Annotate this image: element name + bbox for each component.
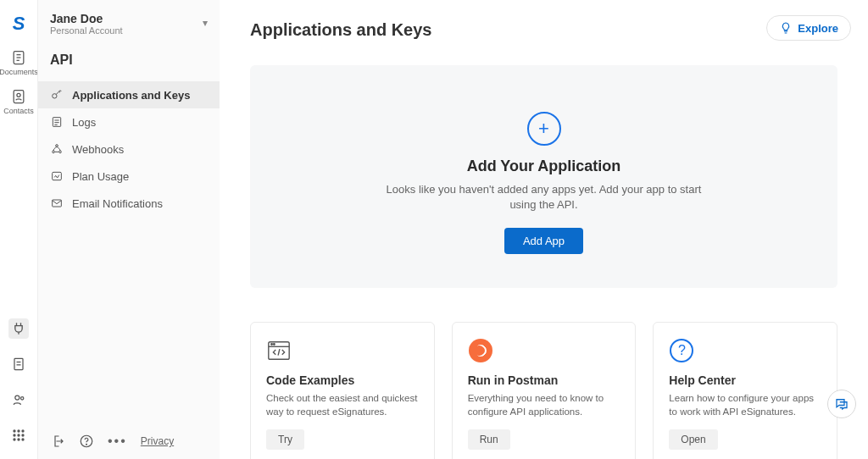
question-circle-icon: ? xyxy=(669,338,694,363)
svg-point-13 xyxy=(22,430,24,432)
explore-label: Explore xyxy=(798,22,838,35)
email-icon xyxy=(50,196,64,210)
sidebar-item-logs[interactable]: Logs xyxy=(38,108,220,135)
card-postman: Run in Postman Everything you need to kn… xyxy=(452,322,637,459)
apps-grid-icon[interactable] xyxy=(8,425,29,445)
webhooks-icon xyxy=(50,142,64,156)
hero-title: Add Your Application xyxy=(275,158,812,175)
card-action-try[interactable]: Try xyxy=(266,429,304,450)
add-app-button[interactable]: Add App xyxy=(504,228,583,254)
explore-button[interactable]: Explore xyxy=(766,15,851,41)
sidebar-menu: Applications and Keys Logs Webhooks Plan… xyxy=(38,81,220,217)
svg-rect-6 xyxy=(14,358,23,369)
rail-item-label: Documents xyxy=(0,68,38,76)
svg-point-16 xyxy=(22,434,24,436)
svg-point-26 xyxy=(59,151,62,153)
help-icon[interactable] xyxy=(79,434,94,449)
code-window-icon xyxy=(266,338,292,363)
logout-icon[interactable] xyxy=(50,434,65,449)
sidebar: Jane Doe Personal Account ▾ API Applicat… xyxy=(37,0,220,459)
rail-footer xyxy=(8,318,29,459)
logs-icon xyxy=(50,115,64,129)
sidebar-item-email-notifications[interactable]: Email Notifications xyxy=(38,190,220,217)
account-subtitle: Personal Account xyxy=(50,25,206,36)
card-help-center: ? Help Center Learn how to configure you… xyxy=(653,322,837,459)
svg-point-20 xyxy=(53,94,57,98)
rail-item-contacts[interactable]: Contacts xyxy=(3,88,34,115)
svg-point-18 xyxy=(18,439,19,440)
sidebar-item-label: Webhooks xyxy=(72,143,124,156)
card-action-open[interactable]: Open xyxy=(669,429,717,450)
svg-point-11 xyxy=(14,430,15,432)
key-icon xyxy=(50,88,64,102)
card-body: Learn how to configure your apps to work… xyxy=(669,391,821,418)
hero-body: Looks like you haven't added any apps ye… xyxy=(379,182,709,213)
sidebar-item-label: Email Notifications xyxy=(72,197,163,210)
sidebar-item-label: Plan Usage xyxy=(72,170,129,183)
svg-point-34 xyxy=(271,344,273,346)
account-switcher[interactable]: Jane Doe Personal Account ▾ xyxy=(38,0,220,44)
more-icon[interactable]: ••• xyxy=(108,434,127,449)
contacts-icon xyxy=(10,88,27,105)
sidebar-item-plan-usage[interactable]: Plan Usage xyxy=(38,163,220,190)
account-name: Jane Doe xyxy=(50,12,206,25)
hero-panel: + Add Your Application Looks like you ha… xyxy=(250,65,837,288)
svg-rect-29 xyxy=(53,200,62,207)
svg-rect-28 xyxy=(53,172,62,180)
svg-point-14 xyxy=(14,434,15,436)
svg-point-25 xyxy=(53,151,55,153)
svg-point-31 xyxy=(86,444,87,445)
plug-icon[interactable] xyxy=(8,318,29,339)
svg-point-15 xyxy=(18,434,19,436)
sidebar-item-applications-keys[interactable]: Applications and Keys xyxy=(38,81,220,108)
card-action-run[interactable]: Run xyxy=(468,429,510,450)
svg-point-10 xyxy=(21,397,24,400)
logo[interactable]: S xyxy=(5,10,32,37)
privacy-link[interactable]: Privacy xyxy=(141,435,174,447)
chevron-down-icon: ▾ xyxy=(203,17,208,29)
cards-row: Code Examples Check out the easiest and … xyxy=(250,322,837,459)
chat-icon xyxy=(834,396,849,412)
sidebar-item-label: Applications and Keys xyxy=(72,89,190,102)
left-rail: S Documents Contacts xyxy=(0,0,37,459)
card-body: Everything you need to know to configure… xyxy=(468,391,620,418)
svg-point-17 xyxy=(14,439,15,440)
rail-item-documents[interactable]: Documents xyxy=(0,49,38,76)
plus-circle-icon: + xyxy=(527,112,561,146)
postman-icon xyxy=(468,338,493,363)
page-icon[interactable] xyxy=(8,354,29,374)
page-title: Applications and Keys xyxy=(250,20,837,40)
document-icon xyxy=(10,49,27,66)
svg-point-12 xyxy=(18,430,19,432)
rail-item-label: Contacts xyxy=(3,107,34,115)
manage-users-icon[interactable] xyxy=(8,390,29,410)
plan-usage-icon xyxy=(50,169,64,183)
card-body: Check out the easiest and quickest way t… xyxy=(266,391,419,418)
svg-point-9 xyxy=(15,395,19,400)
card-title: Help Center xyxy=(669,373,821,387)
lightbulb-icon xyxy=(779,21,793,35)
card-code-examples: Code Examples Check out the easiest and … xyxy=(250,322,435,459)
main-content: Applications and Keys Explore + Add Your… xyxy=(220,0,868,459)
sidebar-item-webhooks[interactable]: Webhooks xyxy=(38,135,220,163)
svg-point-35 xyxy=(274,344,275,346)
svg-point-5 xyxy=(17,93,20,97)
sidebar-footer: ••• Privacy xyxy=(38,423,220,459)
svg-point-19 xyxy=(22,439,24,440)
card-title: Code Examples xyxy=(266,373,419,387)
svg-point-27 xyxy=(56,145,58,147)
sidebar-item-label: Logs xyxy=(72,116,96,129)
sidebar-section-title: API xyxy=(38,44,220,81)
chat-launcher[interactable] xyxy=(827,390,856,418)
card-title: Run in Postman xyxy=(468,373,620,387)
